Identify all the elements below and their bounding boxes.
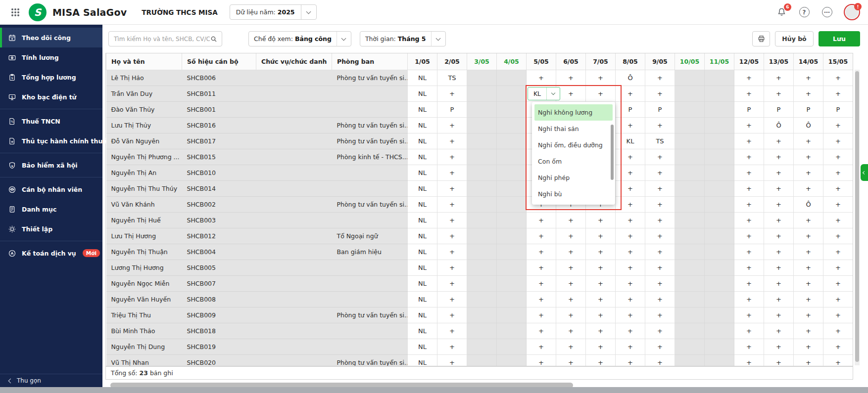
attendance-cell[interactable]: + <box>764 260 794 275</box>
sidebar-item[interactable]: Tính lương <box>0 47 102 67</box>
attendance-cell[interactable]: + <box>823 275 853 291</box>
time-period-select[interactable]: Thời gian: Tháng 5 <box>360 31 446 46</box>
attendance-cell[interactable]: + <box>616 117 645 133</box>
attendance-cell[interactable]: + <box>823 291 853 307</box>
attendance-cell[interactable]: + <box>586 260 616 275</box>
attendance-cell[interactable]: NL <box>408 133 437 149</box>
attendance-cell[interactable]: P <box>437 101 467 117</box>
attendance-cell[interactable]: + <box>734 86 764 101</box>
attendance-cell[interactable]: NL <box>408 101 437 117</box>
attendance-cell[interactable]: + <box>794 354 823 366</box>
attendance-cell[interactable]: + <box>794 275 823 291</box>
attendance-cell[interactable]: + <box>823 133 853 149</box>
attendance-cell[interactable]: + <box>556 86 586 101</box>
attendance-cell[interactable]: + <box>764 196 794 212</box>
attendance-cell[interactable]: KL <box>616 133 645 149</box>
attendance-cell[interactable]: + <box>586 354 616 366</box>
expand-panel-tab[interactable] <box>861 164 868 181</box>
attendance-cell[interactable]: + <box>645 70 675 86</box>
attendance-cell[interactable]: NL <box>408 70 437 86</box>
attendance-cell[interactable]: + <box>734 117 764 133</box>
attendance-cell[interactable]: + <box>764 228 794 244</box>
attendance-cell[interactable]: + <box>586 86 616 101</box>
sidebar-item[interactable]: Kế toán dịch vụMới <box>0 243 102 263</box>
sidebar-item[interactable]: Thủ tục hành chính thuế <box>0 131 102 151</box>
attendance-cell[interactable]: + <box>556 244 586 260</box>
sidebar-item[interactable]: ♥Bảo hiểm xã hội <box>0 155 102 175</box>
attendance-cell[interactable]: NL <box>408 307 437 323</box>
dropdown-option[interactable]: Nghỉ bù <box>532 186 615 202</box>
attendance-cell[interactable]: + <box>616 212 645 228</box>
attendance-cell[interactable]: + <box>616 323 645 339</box>
attendance-cell[interactable]: + <box>527 339 556 354</box>
attendance-cell[interactable]: + <box>734 212 764 228</box>
attendance-cell[interactable]: + <box>764 354 794 366</box>
attendance-cell[interactable]: NL <box>408 212 437 228</box>
attendance-cell[interactable]: + <box>527 212 556 228</box>
dropdown-option[interactable]: Nghỉ không lương <box>534 104 613 121</box>
notifications-button[interactable]: 6 <box>775 6 787 18</box>
attendance-cell-editor[interactable]: KL <box>528 87 560 100</box>
attendance-cell[interactable]: + <box>437 180 467 196</box>
attendance-cell[interactable]: TS <box>437 70 467 86</box>
attendance-cell[interactable]: + <box>616 165 645 180</box>
attendance-cell[interactable]: + <box>437 149 467 165</box>
attendance-cell[interactable]: + <box>823 228 853 244</box>
attendance-cell[interactable]: + <box>734 165 764 180</box>
attendance-cell[interactable]: P <box>616 101 645 117</box>
attendance-cell[interactable]: + <box>645 86 675 101</box>
attendance-cell[interactable]: + <box>764 275 794 291</box>
attendance-cell[interactable]: NL <box>408 86 437 101</box>
attendance-cell[interactable]: + <box>586 228 616 244</box>
dropdown-scrollbar[interactable] <box>611 125 614 180</box>
attendance-cell[interactable]: + <box>645 275 675 291</box>
attendance-cell[interactable]: + <box>764 323 794 339</box>
attendance-cell[interactable]: + <box>437 275 467 291</box>
attendance-cell[interactable]: + <box>734 133 764 149</box>
attendance-cell[interactable]: + <box>734 260 764 275</box>
attendance-cell[interactable]: + <box>645 196 675 212</box>
attendance-cell[interactable]: + <box>586 291 616 307</box>
attendance-cell[interactable]: + <box>437 291 467 307</box>
attendance-cell[interactable]: + <box>734 180 764 196</box>
attendance-cell[interactable]: + <box>794 260 823 275</box>
attendance-cell[interactable]: + <box>823 86 853 101</box>
attendance-cell[interactable]: + <box>437 307 467 323</box>
attendance-cell[interactable]: + <box>794 165 823 180</box>
chevron-down-icon[interactable] <box>547 87 560 100</box>
attendance-cell[interactable]: + <box>527 260 556 275</box>
attendance-cell[interactable]: + <box>823 165 853 180</box>
attendance-cell[interactable]: + <box>823 149 853 165</box>
attendance-cell[interactable]: + <box>794 212 823 228</box>
attendance-cell[interactable]: + <box>616 244 645 260</box>
attendance-cell[interactable]: NL <box>408 339 437 354</box>
attendance-cell[interactable]: + <box>556 260 586 275</box>
attendance-cell[interactable]: + <box>586 212 616 228</box>
attendance-cell[interactable]: + <box>764 212 794 228</box>
attendance-cell[interactable]: + <box>527 70 556 86</box>
attendance-cell[interactable]: + <box>764 133 794 149</box>
attendance-cell[interactable]: + <box>645 180 675 196</box>
attendance-cell[interactable]: + <box>823 323 853 339</box>
attendance-cell[interactable]: + <box>437 196 467 212</box>
attendance-cell[interactable]: + <box>556 228 586 244</box>
attendance-cell[interactable]: + <box>586 244 616 260</box>
attendance-cell[interactable]: + <box>823 212 853 228</box>
attendance-cell[interactable]: NL <box>408 228 437 244</box>
sidebar-item[interactable]: Danh mục <box>0 199 102 219</box>
attendance-cell[interactable]: NL <box>408 196 437 212</box>
attendance-cell[interactable]: + <box>437 212 467 228</box>
attendance-cell[interactable]: + <box>823 70 853 86</box>
attendance-cell[interactable]: NL <box>408 244 437 260</box>
attendance-cell[interactable]: + <box>794 133 823 149</box>
attendance-cell[interactable]: P <box>734 101 764 117</box>
attendance-cell[interactable]: + <box>764 339 794 354</box>
attendance-cell[interactable]: + <box>527 307 556 323</box>
search-icon[interactable] <box>210 35 218 43</box>
attendance-cell[interactable]: Ô <box>764 117 794 133</box>
attendance-cell[interactable]: + <box>645 307 675 323</box>
attendance-cell[interactable]: + <box>734 307 764 323</box>
attendance-cell[interactable]: + <box>823 117 853 133</box>
cancel-button[interactable]: Hủy bỏ <box>775 31 814 46</box>
attendance-cell[interactable]: + <box>616 196 645 212</box>
